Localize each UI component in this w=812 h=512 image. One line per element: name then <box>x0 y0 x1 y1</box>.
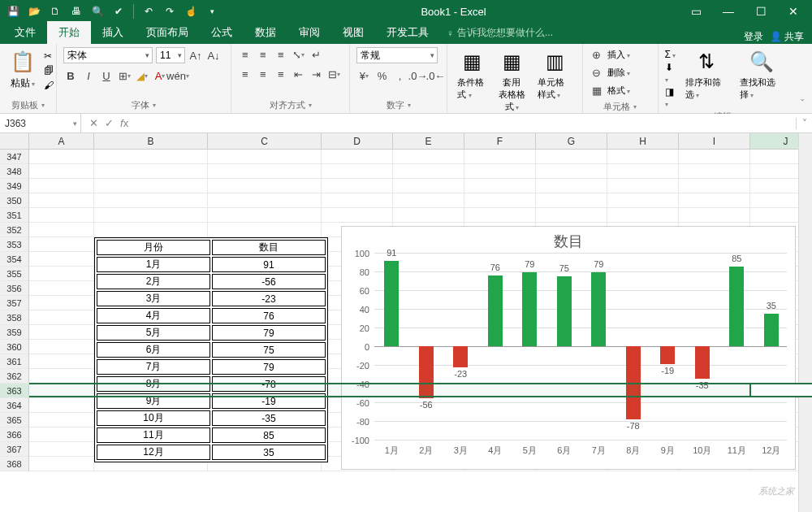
column-header[interactable]: C <box>208 133 322 150</box>
chart-bar[interactable] <box>729 267 744 346</box>
new-icon[interactable]: 🗋 <box>45 2 65 21</box>
row-header[interactable]: 347 <box>0 150 29 164</box>
expand-formula-icon[interactable]: ˅ <box>796 118 812 129</box>
table-cell-value[interactable]: -78 <box>212 376 326 392</box>
table-cell-month[interactable]: 4月 <box>97 308 210 323</box>
tab-文件[interactable]: 文件 <box>3 21 47 44</box>
open-icon[interactable]: 📂 <box>24 2 44 21</box>
indent-inc-icon[interactable]: ⇥ <box>309 67 324 81</box>
table-cell-value[interactable]: -19 <box>212 393 326 409</box>
chart[interactable]: 数目 -100-80-60-40-20020406080100911月-562月… <box>341 226 796 470</box>
percent-icon[interactable]: % <box>374 68 389 83</box>
font-name-combo[interactable]: 宋体 <box>63 47 153 63</box>
cell-styles-button[interactable]: ▥单元格样式 <box>534 47 576 102</box>
table-cell-month[interactable]: 2月 <box>97 274 210 289</box>
row-header[interactable]: 365 <box>0 413 29 427</box>
table-cell-month[interactable]: 12月 <box>97 445 210 460</box>
table-cell-value[interactable]: 35 <box>212 445 326 460</box>
paste-button[interactable]: 📋 粘贴 <box>6 47 39 92</box>
format-as-table-button[interactable]: ▦套用 表格格式 <box>495 47 529 115</box>
row-header[interactable]: 364 <box>0 398 29 413</box>
row-header[interactable]: 348 <box>0 164 29 179</box>
row-header[interactable]: 358 <box>0 310 29 325</box>
conditional-format-button[interactable]: ▦条件格式 <box>454 47 489 102</box>
collapse-ribbon-icon[interactable]: ˇ <box>793 44 812 113</box>
quickprint-icon[interactable]: 🖶 <box>67 2 86 21</box>
formula-bar[interactable] <box>136 114 796 132</box>
align-middle-icon[interactable]: ≡ <box>256 47 270 62</box>
undo-icon[interactable]: ↶ <box>139 2 158 21</box>
spellcheck-icon[interactable]: ✔ <box>109 2 128 21</box>
table-cell-month[interactable]: 5月 <box>97 325 210 341</box>
fill-color-icon[interactable]: ◢ <box>135 68 149 83</box>
column-header[interactable]: H <box>607 133 679 150</box>
indent-dec-icon[interactable]: ⇤ <box>292 67 306 81</box>
sort-filter-button[interactable]: ⇅排序和筛选 <box>682 47 732 102</box>
chart-bar[interactable] <box>453 346 468 367</box>
column-header[interactable]: E <box>393 133 464 150</box>
column-header[interactable]: I <box>679 133 750 150</box>
table-cell-value[interactable]: -56 <box>212 274 326 289</box>
column-header[interactable]: B <box>94 133 208 150</box>
tab-页面布局[interactable]: 页面布局 <box>135 21 200 44</box>
number-format-combo[interactable]: 常规 <box>356 47 438 63</box>
table-cell-value[interactable]: 76 <box>212 308 326 323</box>
format-label[interactable]: 格式 <box>607 85 630 97</box>
table-cell-month[interactable]: 3月 <box>97 291 210 306</box>
font-color-icon[interactable]: A <box>153 68 167 83</box>
italic-button[interactable]: I <box>81 68 96 83</box>
table-cell-month[interactable]: 10月 <box>97 410 210 426</box>
data-table[interactable]: 月份 数目 1月912月-563月-234月765月796月757月798月-7… <box>94 237 328 462</box>
column-header[interactable]: G <box>536 133 607 150</box>
ribbon-options-icon[interactable]: ▭ <box>682 2 710 21</box>
chart-bar[interactable] <box>419 346 434 398</box>
table-cell-month[interactable]: 7月 <box>97 359 210 375</box>
format-painter-icon[interactable]: 🖌 <box>44 80 54 91</box>
tab-插入[interactable]: 插入 <box>91 21 135 44</box>
find-select-button[interactable]: 🔍查找和选择 <box>736 47 787 102</box>
table-cell-value[interactable]: -23 <box>212 291 326 306</box>
row-header[interactable]: 353 <box>0 237 29 252</box>
autosum-icon[interactable]: Σ <box>665 49 677 60</box>
delete-label[interactable]: 删除 <box>607 67 630 79</box>
align-top-icon[interactable]: ≡ <box>238 47 253 62</box>
font-size-combo[interactable]: 11 <box>156 47 185 63</box>
column-header[interactable]: A <box>29 133 94 150</box>
delete-cells-icon[interactable]: ⊖ <box>590 65 604 80</box>
underline-button[interactable]: U <box>99 68 114 83</box>
row-header[interactable]: 362 <box>0 369 29 384</box>
table-cell-value[interactable]: 85 <box>212 427 326 443</box>
tab-公式[interactable]: 公式 <box>200 21 244 44</box>
qat-customize-icon[interactable]: ▾ <box>202 2 222 21</box>
vertical-scrollbar[interactable] <box>798 133 812 512</box>
table-cell-month[interactable]: 8月 <box>97 376 210 392</box>
border-icon[interactable]: ⊞ <box>117 68 132 83</box>
table-cell-month[interactable]: 1月 <box>97 257 210 272</box>
chart-bar[interactable] <box>557 276 572 346</box>
row-header[interactable]: 356 <box>0 281 29 296</box>
chart-bar[interactable] <box>695 346 710 379</box>
select-all-corner[interactable] <box>0 133 29 150</box>
close-icon[interactable]: ✕ <box>780 2 807 21</box>
row-header[interactable]: 360 <box>0 340 29 354</box>
table-cell-value[interactable]: -35 <box>212 410 326 426</box>
orientation-icon[interactable]: ⤡ <box>292 47 306 62</box>
chart-bar[interactable] <box>488 276 503 346</box>
table-cell-value[interactable]: 75 <box>212 342 326 358</box>
table-cell-month[interactable]: 11月 <box>97 427 210 443</box>
row-header[interactable]: 363 <box>0 384 29 398</box>
phonetic-icon[interactable]: wén <box>171 68 185 83</box>
row-header[interactable]: 352 <box>0 223 29 237</box>
row-header[interactable]: 368 <box>0 457 29 471</box>
row-header[interactable]: 357 <box>0 296 29 310</box>
touch-mode-icon[interactable]: ☝ <box>181 2 201 21</box>
table-cell-value[interactable]: 79 <box>212 359 326 375</box>
chart-bar[interactable] <box>626 346 641 419</box>
redo-icon[interactable]: ↷ <box>160 2 179 21</box>
copy-icon[interactable]: 🗐 <box>44 65 54 76</box>
enter-formula-icon[interactable]: ✓ <box>105 117 114 129</box>
cancel-formula-icon[interactable]: ✕ <box>89 117 98 129</box>
wrap-text-icon[interactable]: ↵ <box>309 47 324 62</box>
save-icon[interactable]: 💾 <box>3 2 23 21</box>
share-link[interactable]: 👤 共享 <box>770 30 804 44</box>
